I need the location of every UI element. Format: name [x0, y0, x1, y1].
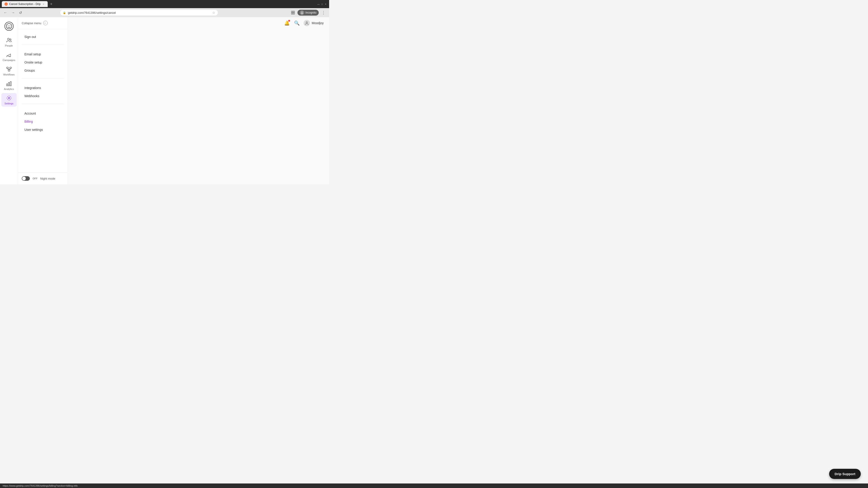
menu-section-integrations: Integrations Webhooks — [18, 80, 68, 102]
menu-divider-3 — [22, 104, 64, 104]
night-mode-footer: OFF Night mode — [18, 172, 68, 184]
svg-line-11 — [6, 56, 7, 57]
lock-icon: 🔒 — [63, 11, 66, 14]
svg-point-22 — [8, 97, 10, 99]
svg-point-9 — [7, 38, 9, 40]
logo-button[interactable] — [4, 21, 14, 32]
window-controls: — □ × — [317, 2, 327, 6]
night-mode-label: Night mode — [40, 177, 55, 180]
campaigns-label: Campaigns — [3, 59, 16, 61]
menu-item-billing[interactable]: Billing — [19, 118, 67, 126]
svg-rect-19 — [6, 84, 8, 86]
incognito-icon — [300, 10, 304, 15]
svg-point-6 — [6, 24, 12, 29]
svg-rect-1 — [293, 11, 294, 12]
user-avatar — [304, 20, 310, 26]
collapse-menu-button[interactable]: Collapse menu ← — [18, 17, 68, 29]
toggle-knob — [22, 177, 26, 180]
active-tab[interactable]: D Cancel Subscription - Drip × — [2, 1, 48, 7]
svg-rect-3 — [293, 13, 294, 14]
url-bar[interactable]: 🔒 getdrip.com/7641396/settings/cancel ☆ — [60, 9, 218, 16]
svg-point-4 — [301, 11, 303, 13]
address-bar: ← → ↺ 🔒 getdrip.com/7641396/settings/can… — [0, 8, 329, 17]
user-info[interactable]: Moodjoy — [304, 20, 324, 26]
user-name: Moodjoy — [312, 21, 324, 25]
svg-rect-0 — [291, 11, 293, 12]
menu-item-account[interactable]: Account — [19, 109, 67, 118]
menu-section-account: Account Billing User settings — [18, 106, 68, 135]
night-mode-toggle[interactable] — [22, 176, 30, 181]
sidebar-item-workflows[interactable]: Workflows — [1, 64, 17, 78]
workflows-icon — [6, 66, 12, 72]
campaigns-icon — [6, 52, 12, 58]
main-content: 🔔 🔍 Moodjoy — [68, 17, 329, 184]
analytics-label: Analytics — [4, 88, 14, 90]
menu-item-webhooks[interactable]: Webhooks — [19, 92, 67, 100]
back-button[interactable]: ← — [3, 10, 8, 15]
menu-item-email-setup[interactable]: Email setup — [19, 50, 67, 58]
search-button[interactable]: 🔍 — [293, 20, 300, 26]
close-button[interactable]: × — [324, 2, 327, 6]
sidebar-item-campaigns[interactable]: Campaigns — [1, 50, 17, 63]
minimize-button[interactable]: — — [317, 2, 320, 6]
browser-header-right: Incognito ⋮ — [290, 9, 327, 16]
new-tab-button[interactable]: + — [49, 1, 54, 7]
forward-button[interactable]: → — [10, 10, 16, 15]
tab-bar: D Cancel Subscription - Drip × + — [2, 1, 315, 7]
settings-label: Settings — [4, 102, 13, 105]
expanded-menu: Collapse menu ← Sign out Email setup Ons… — [18, 17, 68, 184]
menu-divider-1 — [22, 44, 64, 45]
people-label: People — [5, 44, 13, 47]
svg-point-5 — [301, 13, 303, 14]
svg-rect-21 — [10, 82, 11, 86]
incognito-badge[interactable]: Incognito — [298, 10, 319, 15]
bookmark-icon[interactable]: ☆ — [212, 11, 215, 14]
svg-rect-14 — [8, 70, 10, 71]
collapse-icon: ← — [43, 21, 48, 25]
analytics-icon — [6, 80, 12, 87]
logo-face — [4, 22, 13, 31]
svg-point-7 — [8, 26, 8, 26]
icon-nav: People Campaigns — [0, 17, 18, 184]
notification-dot — [288, 20, 290, 22]
toggle-state-label: OFF — [33, 177, 37, 180]
browser-chrome: D Cancel Subscription - Drip × + — □ × — [0, 0, 329, 8]
extensions-button[interactable] — [290, 10, 296, 15]
menu-section-setup: Email setup Onsite setup Groups — [18, 46, 68, 76]
incognito-label: Incognito — [305, 11, 316, 14]
url-text: getdrip.com/7641396/settings/cancel — [68, 11, 211, 14]
svg-rect-13 — [10, 67, 11, 68]
svg-point-8 — [9, 26, 10, 26]
menu-item-groups[interactable]: Groups — [19, 66, 67, 74]
menu-item-signout[interactable]: Sign out — [19, 33, 67, 41]
svg-point-10 — [10, 39, 11, 40]
settings-icon — [6, 95, 12, 101]
menu-item-onsite-setup[interactable]: Onsite setup — [19, 58, 67, 66]
more-options-button[interactable]: ⋮ — [320, 9, 327, 16]
menu-divider-2 — [22, 78, 64, 78]
tab-close-button[interactable]: × — [42, 2, 45, 6]
sidebar-item-analytics[interactable]: Analytics — [1, 78, 17, 92]
svg-rect-12 — [6, 67, 8, 68]
tab-favicon: D — [4, 2, 8, 6]
svg-rect-20 — [8, 83, 9, 86]
sidebar-item-settings[interactable]: Settings — [1, 93, 17, 107]
refresh-button[interactable]: ↺ — [18, 10, 23, 16]
menu-item-user-settings[interactable]: User settings — [19, 126, 67, 134]
menu-section-signout: Sign out — [18, 29, 68, 43]
svg-point-23 — [306, 22, 307, 23]
notification-button[interactable]: 🔔 — [284, 20, 290, 26]
svg-rect-2 — [291, 13, 293, 14]
maximize-button[interactable]: □ — [320, 2, 324, 6]
collapse-label: Collapse menu — [22, 22, 41, 25]
workflows-label: Workflows — [3, 73, 15, 76]
people-icon — [6, 37, 12, 43]
search-icon: 🔍 — [294, 20, 300, 26]
app-header: 🔔 🔍 Moodjoy — [278, 17, 329, 29]
app-container: People Campaigns — [0, 17, 329, 184]
menu-item-integrations[interactable]: Integrations — [19, 84, 67, 92]
sidebar-item-people[interactable]: People — [1, 35, 17, 49]
tab-title: Cancel Subscription - Drip — [9, 2, 40, 6]
